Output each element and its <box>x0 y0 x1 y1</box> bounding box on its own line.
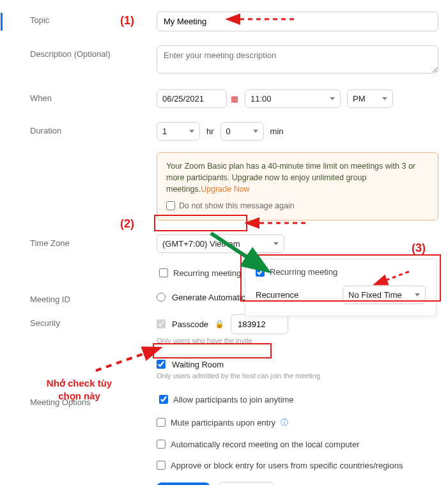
upgrade-now-link[interactable]: Upgrade Now <box>201 185 249 194</box>
passcode-input[interactable] <box>231 314 288 334</box>
auto-record-checkbox[interactable] <box>157 440 166 449</box>
duration-hours-select[interactable]: 1 <box>157 122 200 141</box>
popup-recurrence-value: No Fixed Time <box>348 290 402 300</box>
popup-recurrence-select[interactable]: No Fixed Time <box>343 286 426 304</box>
sidebar-active-indicator <box>1 13 3 31</box>
time-select[interactable]: 11:00 <box>245 89 341 108</box>
chevron-down-icon <box>382 97 387 100</box>
waiting-room-label: Waiting Room <box>172 360 224 369</box>
waiting-room-hint: Only users admitted by the host can join… <box>157 372 438 380</box>
approve-block-checkbox[interactable] <box>157 461 166 470</box>
passcode-checkbox <box>157 319 166 328</box>
label-description: Description (Optional) <box>10 45 157 75</box>
meeting-id-auto-radio[interactable] <box>157 293 166 302</box>
waiting-room-checkbox[interactable] <box>157 360 166 369</box>
popup-recurring-checkbox[interactable] <box>256 268 265 277</box>
description-input[interactable] <box>157 45 438 73</box>
popup-recurring-label: Recurring meeting <box>270 267 337 277</box>
allow-join-anytime-label: Allow participants to join anytime <box>173 395 294 404</box>
approve-block-label: Approve or block entry for users from sp… <box>171 461 403 470</box>
date-value: 06/25/2021 <box>162 94 204 104</box>
dismiss-banner-label: Do not show this message again <box>179 200 295 212</box>
help-icon[interactable]: ⓘ <box>281 417 288 428</box>
popup-recurrence-label: Recurrence <box>256 290 298 300</box>
label-topic: Topic <box>10 12 157 31</box>
mute-on-entry-checkbox[interactable] <box>157 418 166 427</box>
recurrence-popup: Recurring meeting Recurrence No Fixed Ti… <box>245 259 436 316</box>
cancel-button[interactable]: Cancel <box>218 482 275 486</box>
duration-hours-value: 1 <box>162 127 167 136</box>
topic-input[interactable] <box>157 12 438 31</box>
date-select[interactable]: 06/25/2021 <box>157 89 227 108</box>
chevron-down-icon <box>189 130 194 133</box>
label-meeting-options: Meeting Options <box>10 394 157 486</box>
chevron-down-icon <box>415 293 420 296</box>
lock-icon: 🔒 <box>215 319 224 328</box>
label-timezone: Time Zone <box>10 235 157 253</box>
chevron-down-icon <box>253 130 258 133</box>
duration-min-select[interactable]: 0 <box>220 122 264 141</box>
label-duration: Duration <box>10 122 157 220</box>
ampm-select[interactable]: PM <box>347 89 393 108</box>
timezone-select[interactable]: (GMT+7:00) Vietnam <box>157 235 284 253</box>
calendar-icon[interactable]: ▦ <box>231 94 238 104</box>
passcode-label: Passcode <box>172 319 208 329</box>
save-button[interactable]: Save <box>157 482 210 486</box>
allow-join-anytime-checkbox[interactable] <box>159 395 168 404</box>
label-when: When <box>10 89 157 108</box>
mute-on-entry-label: Mute participants upon entry <box>171 418 275 427</box>
dismiss-banner-checkbox[interactable] <box>166 201 175 210</box>
upgrade-banner: Your Zoom Basic plan has a 40-minute tim… <box>157 152 438 220</box>
label-security: Security <box>10 314 157 380</box>
duration-min-value: 0 <box>226 127 231 136</box>
hr-unit: hr <box>206 127 214 136</box>
passcode-hint: Only users who have the invite <box>157 337 438 344</box>
timezone-value: (GMT+7:00) Vietnam <box>162 239 240 249</box>
auto-record-label: Automatically record meeting on the loca… <box>171 440 360 449</box>
time-value: 11:00 <box>251 94 272 104</box>
recurring-label: Recurring meeting <box>173 268 241 278</box>
chevron-down-icon <box>274 242 279 245</box>
min-unit: min <box>270 127 284 136</box>
chevron-down-icon <box>330 97 335 100</box>
label-meeting-id: Meeting ID <box>10 291 157 304</box>
recurring-checkbox[interactable] <box>159 268 168 277</box>
ampm-value: PM <box>353 94 366 104</box>
